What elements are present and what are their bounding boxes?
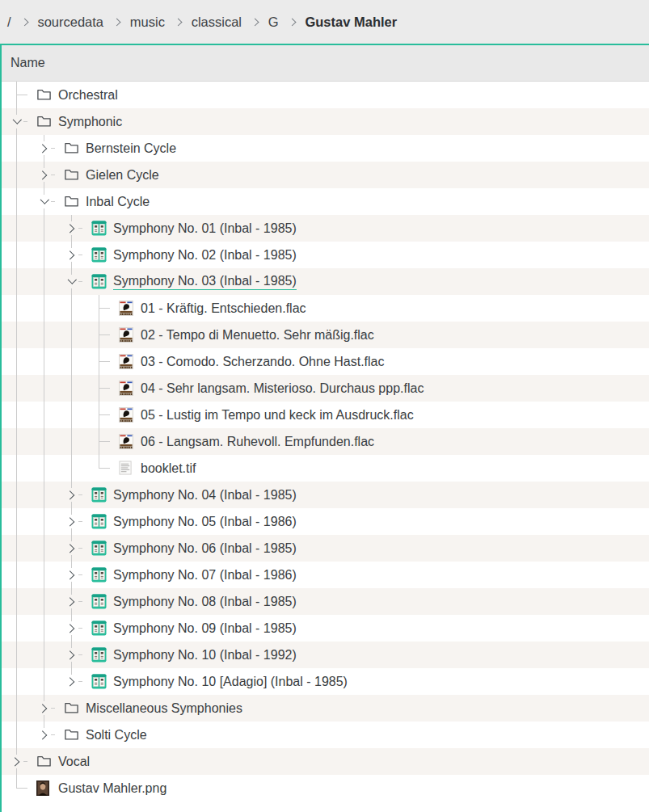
tree-row[interactable]: Symphony No. 02 (Inbal - 1985)	[2, 242, 649, 268]
tree-row-label[interactable]: Symphony No. 04 (Inbal - 1985)	[113, 482, 297, 508]
tree-row[interactable]: Symphony No. 05 (Inbal - 1986)	[2, 508, 649, 535]
tree-row-label[interactable]: Gustav Mahler.png	[58, 775, 166, 801]
tree-row[interactable]: Symphony No. 06 (Inbal - 1985)	[2, 535, 649, 562]
tree-row[interactable]: Gustav Mahler.png	[2, 775, 649, 801]
tree-row[interactable]: Bernstein Cycle	[2, 135, 649, 162]
tree-row-label[interactable]: 05 - Lustig im Tempo und keck im Ausdruc…	[141, 402, 414, 428]
tree-row-label[interactable]: Symphony No. 02 (Inbal - 1985)	[113, 242, 297, 268]
chevron-right-icon[interactable]	[65, 488, 78, 502]
tree-row-label[interactable]: Symphony No. 06 (Inbal - 1985)	[113, 535, 297, 562]
album-icon[interactable]	[91, 567, 107, 583]
audio-file-icon[interactable]	[119, 327, 134, 343]
name-column-header[interactable]: Name	[2, 45, 649, 82]
tree-row[interactable]: Symphony No. 01 (Inbal - 1985)	[2, 215, 649, 242]
audio-file-icon[interactable]	[119, 407, 134, 423]
chevron-down-icon[interactable]	[10, 115, 23, 128]
tree-row-label[interactable]: 04 - Sehr langsam. Misterioso. Durchaus …	[141, 375, 424, 402]
tree-row-label[interactable]: Symphony No. 05 (Inbal - 1986)	[113, 508, 297, 535]
tree-row-label[interactable]: Solti Cycle	[86, 722, 147, 748]
tree-row[interactable]: Symphony No. 09 (Inbal - 1985)	[2, 615, 649, 642]
breadcrumb-item[interactable]: G	[268, 15, 279, 30]
folder-icon[interactable]	[64, 167, 79, 183]
tree-row[interactable]: Gielen Cycle	[2, 162, 649, 188]
tree-row[interactable]: Symphony No. 03 (Inbal - 1985)	[2, 268, 649, 295]
tree-row[interactable]: Symphony No. 04 (Inbal - 1985)	[2, 482, 649, 508]
tree-row[interactable]: Solti Cycle	[2, 722, 649, 748]
tree-row[interactable]: Symphony No. 10 [Adagio] (Inbal - 1985)	[2, 668, 649, 695]
chevron-right-icon[interactable]	[65, 515, 78, 528]
tree-row-label[interactable]: 01 - Kräftig. Entschieden.flac	[141, 295, 306, 322]
document-icon[interactable]	[119, 461, 134, 476]
tree-row-label[interactable]: Symphony No. 07 (Inbal - 1986)	[113, 562, 297, 588]
album-icon[interactable]	[91, 487, 107, 503]
chevron-down-icon[interactable]	[37, 195, 51, 208]
tree-row-label[interactable]: Symphony No. 03 (Inbal - 1985)	[113, 268, 297, 295]
folder-icon[interactable]	[36, 114, 52, 129]
chevron-right-icon[interactable]	[65, 568, 78, 582]
tree-row[interactable]: Symphony No. 07 (Inbal - 1986)	[2, 562, 649, 588]
chevron-down-icon[interactable]	[65, 275, 78, 288]
image-thumbnail-icon[interactable]	[36, 780, 52, 796]
tree-row[interactable]: booklet.tif	[2, 455, 649, 482]
tree-row-label[interactable]: booklet.tif	[141, 455, 196, 482]
album-icon[interactable]	[91, 274, 107, 289]
tree-row-label[interactable]: Symphony No. 10 (Inbal - 1992)	[113, 642, 297, 668]
breadcrumb-item[interactable]: classical	[192, 15, 242, 30]
tree-row-label[interactable]: 02 - Tempo di Menuetto. Sehr mäßig.flac	[141, 322, 374, 348]
audio-file-icon[interactable]	[119, 301, 134, 316]
chevron-right-icon[interactable]	[37, 728, 51, 742]
tree-row[interactable]: Miscellaneous Symphonies	[2, 695, 649, 722]
chevron-right-icon[interactable]	[37, 701, 51, 715]
tree-row[interactable]: 03 - Comodo. Scherzando. Ohne Hast.flac	[2, 348, 649, 375]
tree-row[interactable]: 06 - Langsam. Ruhevoll. Empfunden.flac	[2, 428, 649, 455]
chevron-right-icon[interactable]	[65, 221, 78, 235]
album-icon[interactable]	[91, 674, 107, 689]
tree-row[interactable]: 04 - Sehr langsam. Misterioso. Durchaus …	[2, 375, 649, 402]
chevron-right-icon[interactable]	[65, 248, 78, 262]
tree-row[interactable]: Vocal	[2, 748, 649, 775]
tree-row[interactable]: 05 - Lustig im Tempo und keck im Ausdruc…	[2, 402, 649, 428]
tree-row-label[interactable]: Vocal	[58, 748, 90, 775]
tree-row-label[interactable]: Symphonic	[58, 108, 122, 135]
tree-row-label[interactable]: 06 - Langsam. Ruhevoll. Empfunden.flac	[141, 428, 374, 455]
chevron-right-icon[interactable]	[65, 595, 78, 608]
chevron-right-icon[interactable]	[10, 755, 23, 768]
chevron-right-icon[interactable]	[37, 141, 51, 155]
audio-file-icon[interactable]	[119, 381, 134, 396]
tree-row[interactable]: Symphonic	[2, 108, 649, 135]
folder-icon[interactable]	[36, 754, 52, 769]
album-icon[interactable]	[91, 514, 107, 529]
chevron-right-icon[interactable]	[65, 621, 78, 635]
album-icon[interactable]	[91, 621, 107, 636]
tree-row-label[interactable]: Miscellaneous Symphonies	[86, 695, 242, 722]
tree-row[interactable]: 01 - Kräftig. Entschieden.flac	[2, 295, 649, 322]
folder-icon[interactable]	[64, 194, 79, 209]
tree-row[interactable]: Inbal Cycle	[2, 188, 649, 215]
tree-row-label[interactable]: Gielen Cycle	[86, 162, 159, 188]
folder-icon[interactable]	[64, 701, 79, 716]
tree-row-label[interactable]: Symphony No. 09 (Inbal - 1985)	[113, 615, 297, 642]
breadcrumb-item[interactable]: sourcedata	[37, 15, 103, 30]
breadcrumb-item[interactable]: Gustav Mahler	[305, 15, 397, 30]
breadcrumb-item[interactable]: /	[7, 15, 11, 30]
chevron-right-icon[interactable]	[37, 168, 51, 182]
folder-icon[interactable]	[36, 87, 52, 103]
folder-icon[interactable]	[64, 141, 79, 156]
tree-row-label[interactable]: Orchestral	[58, 82, 118, 108]
album-icon[interactable]	[91, 221, 107, 236]
chevron-right-icon[interactable]	[65, 675, 78, 688]
folder-icon[interactable]	[64, 727, 79, 743]
tree-row-label[interactable]: Symphony No. 08 (Inbal - 1985)	[113, 588, 297, 615]
audio-file-icon[interactable]	[119, 354, 134, 369]
tree-row-label[interactable]: 03 - Comodo. Scherzando. Ohne Hast.flac	[141, 348, 385, 375]
album-icon[interactable]	[91, 647, 107, 663]
chevron-right-icon[interactable]	[65, 541, 78, 555]
album-icon[interactable]	[91, 594, 107, 609]
album-icon[interactable]	[91, 247, 107, 263]
chevron-right-icon[interactable]	[65, 648, 78, 662]
tree-row[interactable]: Orchestral	[2, 82, 649, 108]
tree-row[interactable]: Symphony No. 08 (Inbal - 1985)	[2, 588, 649, 615]
tree-row[interactable]: Symphony No. 10 (Inbal - 1992)	[2, 642, 649, 668]
tree-row-label[interactable]: Inbal Cycle	[86, 188, 150, 215]
breadcrumb-item[interactable]: music	[130, 15, 165, 30]
